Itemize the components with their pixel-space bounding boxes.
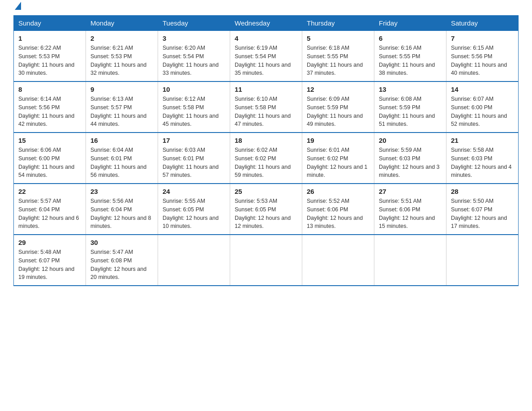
day-info: Sunrise: 6:20 AM Sunset: 5:54 PM Dayligh… (163, 44, 225, 77)
day-info: Sunrise: 6:13 AM Sunset: 5:57 PM Dayligh… (90, 95, 153, 128)
calendar-cell: 26 Sunrise: 5:52 AM Sunset: 6:06 PM Dayl… (302, 184, 374, 235)
day-number: 21 (451, 137, 514, 144)
day-info: Sunrise: 6:06 AM Sunset: 6:00 PM Dayligh… (18, 146, 81, 180)
calendar-cell: 17 Sunrise: 6:03 AM Sunset: 6:01 PM Dayl… (158, 133, 230, 184)
day-info: Sunrise: 6:10 AM Sunset: 5:58 PM Dayligh… (235, 95, 297, 128)
day-number: 9 (90, 86, 153, 93)
calendar-cell: 20 Sunrise: 5:59 AM Sunset: 6:03 PM Dayl… (374, 133, 446, 184)
calendar-cell: 2 Sunrise: 6:21 AM Sunset: 5:53 PM Dayli… (86, 31, 158, 82)
calendar-cell: 8 Sunrise: 6:14 AM Sunset: 5:56 PM Dayli… (14, 81, 86, 133)
day-info: Sunrise: 6:14 AM Sunset: 5:56 PM Dayligh… (18, 95, 81, 128)
calendar-cell: 1 Sunrise: 6:22 AM Sunset: 5:53 PM Dayli… (14, 31, 86, 82)
day-number: 20 (379, 137, 442, 144)
day-info: Sunrise: 6:12 AM Sunset: 5:58 PM Dayligh… (163, 95, 225, 128)
calendar-cell: 21 Sunrise: 5:58 AM Sunset: 6:03 PM Dayl… (446, 133, 519, 184)
day-number: 16 (90, 137, 153, 144)
day-number: 2 (90, 34, 153, 42)
calendar-cell: 6 Sunrise: 6:16 AM Sunset: 5:55 PM Dayli… (374, 31, 446, 82)
calendar-week-row: 8 Sunrise: 6:14 AM Sunset: 5:56 PM Dayli… (14, 81, 519, 133)
col-tuesday: Tuesday (158, 16, 230, 31)
calendar-week-row: 22 Sunrise: 5:57 AM Sunset: 6:04 PM Dayl… (14, 184, 519, 235)
col-saturday: Saturday (446, 16, 519, 31)
col-monday: Monday (86, 16, 158, 31)
day-info: Sunrise: 5:57 AM Sunset: 6:04 PM Dayligh… (18, 197, 81, 231)
calendar-cell: 24 Sunrise: 5:55 AM Sunset: 6:05 PM Dayl… (158, 184, 230, 235)
day-number: 23 (90, 188, 153, 195)
calendar-cell: 12 Sunrise: 6:09 AM Sunset: 5:59 PM Dayl… (302, 81, 374, 133)
calendar-cell: 7 Sunrise: 6:15 AM Sunset: 5:56 PM Dayli… (446, 31, 519, 82)
calendar-cell: 3 Sunrise: 6:20 AM Sunset: 5:54 PM Dayli… (158, 31, 230, 82)
day-info: Sunrise: 6:15 AM Sunset: 5:56 PM Dayligh… (451, 44, 514, 77)
day-number: 11 (235, 86, 297, 93)
calendar-cell: 10 Sunrise: 6:12 AM Sunset: 5:58 PM Dayl… (158, 81, 230, 133)
day-number: 8 (18, 86, 81, 93)
day-info: Sunrise: 6:19 AM Sunset: 5:54 PM Dayligh… (235, 44, 297, 77)
day-number: 6 (379, 34, 442, 42)
calendar-week-row: 15 Sunrise: 6:06 AM Sunset: 6:00 PM Dayl… (14, 133, 519, 184)
calendar-cell: 27 Sunrise: 5:51 AM Sunset: 6:06 PM Dayl… (374, 184, 446, 235)
day-info: Sunrise: 6:16 AM Sunset: 5:55 PM Dayligh… (379, 44, 442, 77)
calendar-cell: 28 Sunrise: 5:50 AM Sunset: 6:07 PM Dayl… (446, 184, 519, 235)
day-info: Sunrise: 5:50 AM Sunset: 6:07 PM Dayligh… (451, 197, 514, 231)
day-info: Sunrise: 5:56 AM Sunset: 6:04 PM Dayligh… (90, 197, 153, 231)
logo (13, 9, 21, 10)
day-number: 10 (163, 86, 225, 93)
day-info: Sunrise: 6:09 AM Sunset: 5:59 PM Dayligh… (307, 95, 369, 128)
calendar-header-row: Sunday Monday Tuesday Wednesday Thursday… (14, 16, 519, 31)
day-number: 18 (235, 137, 297, 144)
calendar-cell: 23 Sunrise: 5:56 AM Sunset: 6:04 PM Dayl… (86, 184, 158, 235)
day-number: 28 (451, 188, 514, 195)
day-info: Sunrise: 6:04 AM Sunset: 6:01 PM Dayligh… (90, 146, 153, 180)
day-info: Sunrise: 6:08 AM Sunset: 5:59 PM Dayligh… (379, 95, 442, 128)
day-number: 30 (90, 239, 153, 246)
day-number: 5 (307, 34, 369, 42)
calendar-cell (158, 235, 230, 286)
day-number: 22 (18, 188, 81, 195)
day-number: 25 (235, 188, 297, 195)
day-number: 13 (379, 86, 442, 93)
calendar-cell: 5 Sunrise: 6:18 AM Sunset: 5:55 PM Dayli… (302, 31, 374, 82)
col-sunday: Sunday (14, 16, 86, 31)
day-number: 12 (307, 86, 369, 93)
day-info: Sunrise: 5:58 AM Sunset: 6:03 PM Dayligh… (451, 146, 514, 180)
day-number: 14 (451, 86, 514, 93)
day-number: 4 (235, 34, 297, 42)
day-info: Sunrise: 6:22 AM Sunset: 5:53 PM Dayligh… (18, 44, 81, 77)
col-friday: Friday (374, 16, 446, 31)
day-number: 19 (307, 137, 369, 144)
calendar-table: Sunday Monday Tuesday Wednesday Thursday… (13, 15, 519, 286)
calendar-cell: 14 Sunrise: 6:07 AM Sunset: 6:00 PM Dayl… (446, 81, 519, 133)
day-info: Sunrise: 6:18 AM Sunset: 5:55 PM Dayligh… (307, 44, 369, 77)
day-info: Sunrise: 6:03 AM Sunset: 6:01 PM Dayligh… (163, 146, 225, 180)
day-number: 26 (307, 188, 369, 195)
day-info: Sunrise: 6:07 AM Sunset: 6:00 PM Dayligh… (451, 95, 514, 128)
day-info: Sunrise: 5:55 AM Sunset: 6:05 PM Dayligh… (163, 197, 225, 231)
col-wednesday: Wednesday (230, 16, 302, 31)
day-number: 29 (18, 239, 81, 246)
calendar-week-row: 29 Sunrise: 5:48 AM Sunset: 6:07 PM Dayl… (14, 235, 519, 286)
day-number: 15 (18, 137, 81, 144)
calendar-cell: 11 Sunrise: 6:10 AM Sunset: 5:58 PM Dayl… (230, 81, 302, 133)
day-info: Sunrise: 5:48 AM Sunset: 6:07 PM Dayligh… (18, 248, 81, 282)
calendar-cell (302, 235, 374, 286)
page-header (13, 9, 519, 11)
day-info: Sunrise: 5:59 AM Sunset: 6:03 PM Dayligh… (379, 146, 442, 180)
calendar-cell: 29 Sunrise: 5:48 AM Sunset: 6:07 PM Dayl… (14, 235, 86, 286)
day-info: Sunrise: 5:52 AM Sunset: 6:06 PM Dayligh… (307, 197, 369, 231)
calendar-cell: 16 Sunrise: 6:04 AM Sunset: 6:01 PM Dayl… (86, 133, 158, 184)
calendar-cell: 30 Sunrise: 5:47 AM Sunset: 6:08 PM Dayl… (86, 235, 158, 286)
logo-triangle-icon (15, 2, 21, 10)
day-info: Sunrise: 6:01 AM Sunset: 6:02 PM Dayligh… (307, 146, 369, 180)
calendar-cell: 22 Sunrise: 5:57 AM Sunset: 6:04 PM Dayl… (14, 184, 86, 235)
calendar-cell: 13 Sunrise: 6:08 AM Sunset: 5:59 PM Dayl… (374, 81, 446, 133)
day-number: 27 (379, 188, 442, 195)
calendar-cell: 18 Sunrise: 6:02 AM Sunset: 6:02 PM Dayl… (230, 133, 302, 184)
calendar-cell (446, 235, 519, 286)
calendar-cell: 4 Sunrise: 6:19 AM Sunset: 5:54 PM Dayli… (230, 31, 302, 82)
calendar-week-row: 1 Sunrise: 6:22 AM Sunset: 5:53 PM Dayli… (14, 31, 519, 82)
calendar-cell (230, 235, 302, 286)
col-thursday: Thursday (302, 16, 374, 31)
day-number: 24 (163, 188, 225, 195)
day-info: Sunrise: 5:53 AM Sunset: 6:05 PM Dayligh… (235, 197, 297, 231)
day-number: 17 (163, 137, 225, 144)
